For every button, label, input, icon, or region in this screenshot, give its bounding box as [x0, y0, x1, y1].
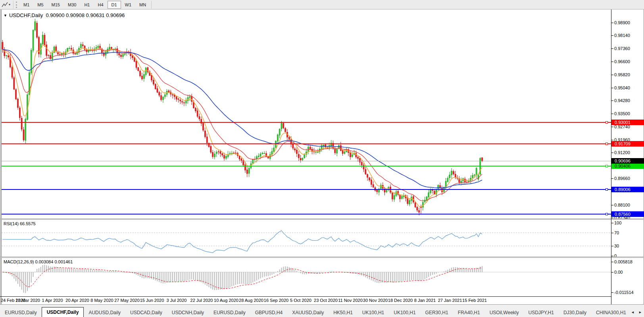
horizontal-level-line[interactable] — [2, 189, 611, 190]
rsi-tick-label: 70 — [614, 230, 642, 235]
date-tick-label: 15 Feb 2021 — [459, 298, 490, 303]
price-tick-mark — [611, 23, 613, 23]
line-handle[interactable] — [606, 143, 608, 145]
timeframe-button-m15[interactable]: M15 — [48, 1, 64, 9]
current-price-line — [2, 161, 611, 161]
current-price-badge: 0.90696 — [611, 158, 644, 164]
symbol-tab-usdcad-daily[interactable]: USDCAD,Daily — [125, 308, 167, 317]
symbol-tab-usdjpy-h1[interactable]: USDJPY,H1 — [523, 308, 558, 317]
rsi-label: RSI(14) 66.5575 — [4, 221, 36, 226]
price-tick-mark — [611, 88, 613, 88]
symbol-tab-eurusd-daily[interactable]: EURUSD,Daily — [0, 308, 42, 317]
price-tick-label: 0.97360 — [614, 46, 642, 51]
horizontal-level-line[interactable] — [2, 214, 611, 215]
price-tick-mark — [611, 205, 613, 205]
macd-panel-bottom-border — [0, 296, 611, 297]
symbol-tab-eurusd-daily[interactable]: EURUSD,Daily — [209, 308, 250, 317]
price-tick-label: 0.91200 — [614, 150, 642, 155]
timeframe-button-h1[interactable]: H1 — [80, 1, 94, 9]
rsi-tick-mark — [611, 223, 613, 223]
symbol-tab-dj30-daily[interactable]: DJ30,Daily — [559, 308, 591, 317]
price-tick-mark — [611, 101, 613, 101]
symbol-tab-gbpusd-h4[interactable]: GBPUSD,H4 — [250, 308, 287, 317]
symbol-tab-china300-h1[interactable]: CHINA300,H1 — [591, 308, 629, 317]
timeframe-button-m1[interactable]: M1 — [19, 1, 33, 9]
line-handle[interactable] — [606, 188, 608, 191]
rsi-tick-label: 100 — [614, 220, 642, 225]
symbol-tab-fra40-h1[interactable]: FRA40,H1 — [453, 308, 485, 317]
symbol-tab-uk100-h1[interactable]: UK100,H1 — [389, 308, 420, 317]
price-tick-label: 0.93500 — [614, 111, 642, 116]
price-tick-label: 0.88100 — [614, 203, 642, 207]
symbol-tab-xauusd-daily[interactable]: XAUUSD,Daily — [287, 308, 329, 317]
timeframe-button-d1[interactable]: D1 — [108, 1, 121, 9]
price-tick-label: 0.95820 — [614, 72, 642, 77]
tabs-scroll-right-button[interactable]: ► — [637, 309, 643, 315]
price-level-badge: 0.90406 — [611, 163, 644, 169]
rsi-tick-mark — [611, 256, 613, 256]
timeframe-toolbar: ▾ M1M5M15M30H1H4D1W1MN — [0, 0, 644, 10]
panel-separator[interactable] — [0, 218, 644, 220]
price-tick-mark — [611, 62, 613, 62]
symbol-tab-hk50-h1[interactable]: HK50,H1 — [329, 308, 358, 317]
price-level-badge: 0.91709 — [611, 141, 644, 147]
price-tick-label: 0.98140 — [614, 33, 642, 38]
macd-tick-label: 0.005818 — [614, 259, 642, 264]
toolbar-separator — [13, 1, 13, 9]
macd-label: MACD(12,26,9) 0.003084 0.001461 — [4, 259, 73, 264]
price-level-badge: 0.87560 — [611, 211, 644, 217]
symbol-tab-usoil-weekly[interactable]: USOil,Weekly — [485, 308, 524, 317]
price-tick-mark — [611, 178, 613, 179]
panel-separator[interactable] — [0, 257, 644, 258]
timeframe-button-h4[interactable]: H4 — [94, 1, 107, 9]
symbol-tab-audusd-daily[interactable]: AUDUSD,Daily — [84, 308, 125, 317]
timeframe-button-m5[interactable]: M5 — [33, 1, 47, 9]
timeframe-button-m30[interactable]: M30 — [64, 1, 80, 9]
horizontal-level-line[interactable] — [2, 122, 611, 123]
macd-tick-mark — [611, 272, 613, 273]
rsi-indicator-canvas[interactable] — [2, 221, 611, 257]
symbol-tab-uk100-h1[interactable]: UK100,H1 — [358, 308, 389, 317]
chart-title: ▼USDCHF,Daily 0.90900 0.90908 0.90631 0.… — [4, 12, 125, 18]
macd-tick-label: -0.011514 — [614, 290, 642, 295]
chart-ohlc-values: 0.90900 0.90908 0.90631 0.90696 — [46, 12, 125, 18]
horizontal-level-line[interactable] — [2, 166, 611, 166]
symbol-tab-usdcnh-daily[interactable]: USDCNH,Daily — [167, 308, 209, 317]
macd-indicator-canvas[interactable] — [2, 259, 611, 296]
symbol-tab-ger30-h1[interactable]: GER30,H1 — [421, 308, 453, 317]
window-left-border — [0, 10, 0, 304]
price-tick-label: 0.94280 — [614, 98, 642, 103]
symbol-tab-usdchf-daily[interactable]: USDCHF,Daily — [42, 307, 84, 317]
price-level-badge: 0.93001 — [611, 120, 644, 125]
rsi-tick-mark — [611, 233, 613, 233]
horizontal-level-line[interactable] — [2, 143, 611, 144]
price-tick-mark — [611, 153, 613, 153]
line-handle[interactable] — [606, 165, 608, 167]
dropdown-caret-icon[interactable]: ▾ — [9, 3, 10, 6]
rsi-tick-label: 30 — [614, 244, 642, 248]
tabs-scroll-left-button[interactable]: ◄ — [630, 309, 636, 315]
macd-tick-label: 0.00 — [614, 270, 642, 274]
price-tick-mark — [611, 114, 613, 114]
toolbar-grip[interactable] — [16, 2, 17, 8]
price-tick-mark — [611, 75, 613, 75]
price-tick-mark — [611, 48, 613, 49]
line-handle[interactable] — [606, 213, 608, 215]
price-axis-line — [611, 10, 611, 304]
price-tick-mark — [611, 35, 613, 36]
draw-tool-icon[interactable] — [1, 1, 9, 8]
chart-symbol-label: USDCHF,Daily — [9, 12, 43, 18]
price-tick-mark — [611, 127, 613, 127]
macd-tick-mark — [611, 262, 613, 262]
line-handle[interactable] — [606, 121, 608, 124]
price-tick-label: 0.95040 — [614, 85, 642, 90]
symbol-tab-bar: EURUSD,DailyUSDCHF,DailyAUDUSD,DailyUSDC… — [0, 304, 644, 317]
timeframe-button-w1[interactable]: W1 — [121, 1, 136, 9]
collapse-icon[interactable]: ▼ — [4, 14, 7, 17]
rsi-tick-mark — [611, 246, 613, 246]
toolbar-separator — [151, 1, 152, 9]
price-chart-canvas[interactable] — [2, 10, 611, 218]
price-tick-label: 0.89660 — [614, 176, 642, 181]
timeframe-button-mn[interactable]: MN — [135, 1, 150, 9]
price-tick-label: 0.98900 — [614, 20, 642, 25]
